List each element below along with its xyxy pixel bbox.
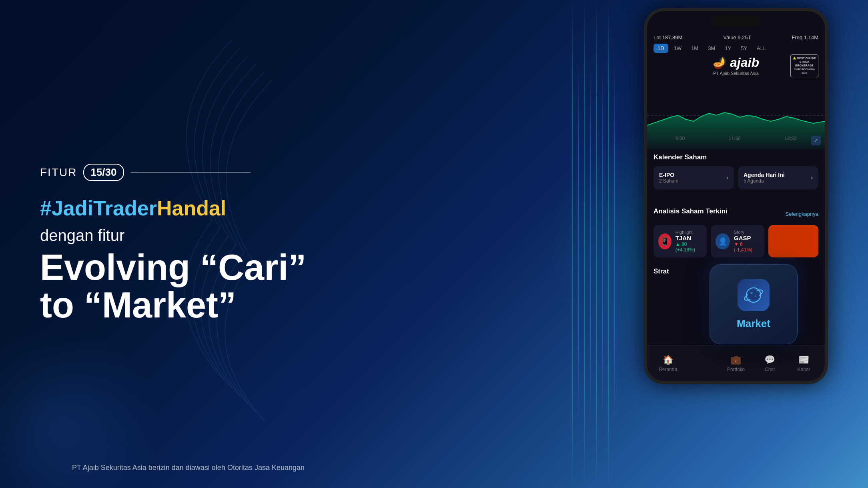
calendar-section-title: Kalender Saham (654, 153, 818, 161)
tab-1y[interactable]: 1Y (721, 44, 735, 53)
ajaib-logo: 🪔 ajaib (713, 55, 759, 70)
nav-chat[interactable]: 💬 Chat (753, 355, 787, 372)
tjan-name: TJAN (676, 235, 702, 241)
svg-point-5 (755, 295, 756, 297)
tab-all[interactable]: ALL (753, 44, 770, 53)
gasp-change: ▼ 6 (-1,41%) (734, 241, 760, 253)
gasp-name: GASP (734, 235, 760, 241)
nav-beranda[interactable]: 🏠 Beranda (651, 355, 685, 372)
svg-point-4 (750, 292, 753, 294)
chart-time-axis: 9:30 11:30 13:30 (647, 136, 825, 141)
gasp-card[interactable]: 👤 Story GASP ▼ 6 (-1,41%) (711, 225, 764, 257)
tab-1d[interactable]: 1D (654, 44, 668, 53)
market-label: Market (737, 317, 770, 330)
award-text: ⭐ BEST ONLINESTOCKBROKERAGECNBC INDONESI… (790, 54, 818, 77)
hashtag-blue-part: #JadiTrader (40, 197, 157, 220)
left-content-panel: FITUR 15/30 #JadiTraderHandal dengan fit… (32, 0, 336, 488)
hashtag-heading: #JadiTraderHandal (40, 197, 336, 220)
fitur-badge: 15/30 (83, 164, 124, 181)
time-1330: 13:30 (784, 136, 796, 141)
hashtag-yellow-part: Handal (157, 197, 226, 220)
calendar-cards: E-IPO 2 Saham › Agenda Hari Ini 5 Agenda… (654, 166, 818, 189)
gasp-type: Story (734, 230, 760, 235)
home-icon: 🏠 (663, 355, 674, 365)
phone-mockup-container: Lot 187.89M Value 9.25T Freq 1.14M 1D 1W… (636, 8, 836, 408)
nav-beranda-label: Beranda (659, 367, 677, 372)
portfolio-icon: 💼 (730, 355, 741, 365)
nav-kabar-label: Kabar (798, 367, 810, 372)
gasp-icon: 👤 (716, 233, 730, 249)
ajaib-logo-area: 🪔 ajaib PT Ajaib Sekuritas Asia (713, 55, 759, 76)
svg-point-3 (748, 289, 759, 301)
agenda-sub: 5 Agenda (744, 178, 785, 184)
tjan-info: Highlight TJAN ▲ 80 (+4.18%) (676, 230, 702, 253)
bottom-navigation: 🏠 Beranda 💼 Portfolio 💬 Chat 📰 Kabar (647, 345, 825, 381)
tab-1m[interactable]: 1M (687, 44, 702, 53)
fitur-text: FITUR (40, 166, 77, 179)
analysis-cards-row: 📱 Highlight TJAN ▲ 80 (+4.18%) 👤 Story G… (654, 225, 818, 257)
eipo-label: E-IPO (659, 172, 678, 178)
nav-portfolio-label-item[interactable]: 💼 Portfolio (719, 355, 753, 372)
eipo-card-info: E-IPO 2 Saham (659, 172, 678, 184)
time-930: 9:30 (676, 136, 685, 141)
market-icon (738, 279, 770, 311)
disclaimer-text: PT Ajaib Sekuritas Asia berizin dan diaw… (72, 464, 305, 472)
agenda-label: Agenda Hari Ini (744, 172, 785, 178)
third-card[interactable] (768, 225, 818, 257)
tab-3m[interactable]: 3M (704, 44, 719, 53)
tab-1w[interactable]: 1W (670, 44, 686, 53)
ajaib-brand-text: ajaib (730, 55, 759, 70)
eipo-card[interactable]: E-IPO 2 Saham › (654, 166, 734, 189)
time-1130: 11:30 (729, 136, 741, 141)
nav-kabar[interactable]: 📰 Kabar (787, 355, 821, 372)
agenda-arrow-icon: › (811, 174, 813, 181)
lot-stat: Lot 187.89M (654, 34, 682, 40)
tjan-type: Highlight (676, 230, 702, 235)
freq-stat: Freq 1.14M (792, 34, 818, 40)
calendar-section: Kalender Saham E-IPO 2 Saham › Agenda Ha… (647, 153, 825, 189)
fitur-divider (130, 172, 251, 173)
dengan-fitur-text: dengan fitur (40, 227, 336, 245)
chart-stats-row: Lot 187.89M Value 9.25T Freq 1.14M (654, 34, 818, 40)
fitur-label-row: FITUR 15/30 (40, 164, 336, 181)
analysis-header: Analisis Saham Terkini Selengkapnya (654, 207, 818, 220)
stock-chart: 9:30 11:30 13:30 ⤢ (647, 69, 825, 149)
market-floating-card[interactable]: Market (710, 264, 798, 344)
planet-icon-svg (744, 285, 764, 305)
time-tabs-row: 1D 1W 1M 3M 1Y 5Y ALL (654, 44, 818, 53)
chat-icon: 💬 (764, 355, 775, 365)
gasp-info: Story GASP ▼ 6 (-1,41%) (734, 230, 760, 253)
selengkapnya-link[interactable]: Selengkapnya (786, 211, 818, 217)
nav-chat-label: Chat (765, 367, 775, 372)
vertical-lines-decoration (572, 0, 644, 488)
value-stat: Value 9.25T (723, 34, 751, 40)
chart-header: Lot 187.89M Value 9.25T Freq 1.14M 1D 1W… (647, 31, 825, 56)
analysis-section: Analisis Saham Terkini Selengkapnya 📱 Hi… (647, 207, 825, 257)
main-title-line1: Evolving “Cari” (40, 249, 336, 287)
phone-notch (712, 15, 760, 26)
eipo-arrow-icon: › (726, 174, 728, 181)
agenda-card[interactable]: Agenda Hari Ini 5 Agenda › (738, 166, 818, 189)
ajaib-sub-text: PT Ajaib Sekuritas Asia (713, 71, 759, 76)
tjan-change: ▲ 80 (+4.18%) (676, 241, 702, 253)
tab-5y[interactable]: 5Y (737, 44, 751, 53)
eipo-sub: 2 Saham (659, 178, 678, 184)
award-badge: ⭐ BEST ONLINESTOCKBROKERAGECNBC INDONESI… (790, 54, 818, 77)
main-title-line2: to “Market” (40, 286, 336, 324)
nav-portfolio-label: Portfolio (727, 367, 745, 372)
agenda-card-info: Agenda Hari Ini 5 Agenda (744, 172, 785, 184)
tjan-icon: 📱 (658, 233, 672, 249)
genie-icon: 🪔 (713, 56, 727, 69)
main-title: Evolving “Cari” to “Market” (40, 249, 336, 324)
expand-chart-button[interactable]: ⤢ (811, 136, 821, 145)
tjan-card[interactable]: 📱 Highlight TJAN ▲ 80 (+4.18%) (654, 225, 707, 257)
analysis-section-title: Analisis Saham Terkini (654, 207, 728, 215)
kabar-icon: 📰 (798, 355, 809, 365)
